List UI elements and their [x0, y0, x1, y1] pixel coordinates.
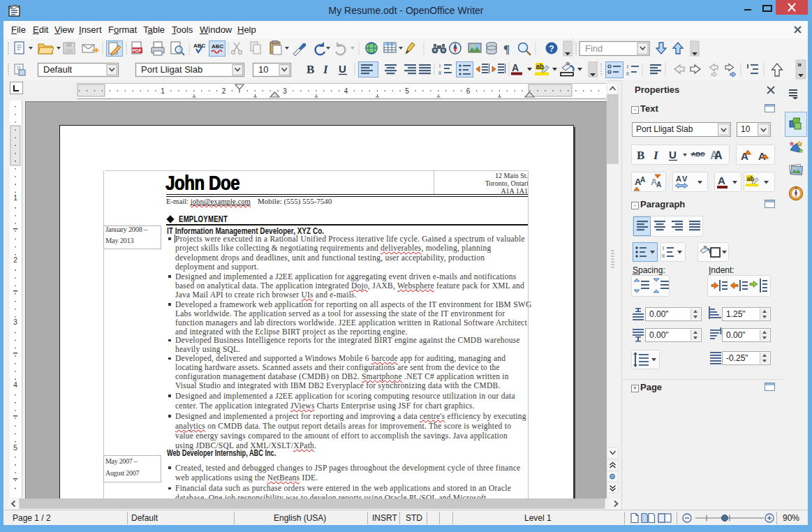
svg-text:2: 2 [222, 87, 226, 95]
svg-text:?: ? [549, 44, 554, 54]
svg-text:5: 5 [405, 87, 409, 95]
svg-text:»: » [797, 60, 802, 68]
svg-text:B: B [307, 63, 314, 76]
svg-text:6: 6 [466, 87, 471, 95]
svg-text:ABC: ABC [193, 43, 206, 49]
svg-text:II: II [662, 253, 665, 258]
svg-text:4: 4 [344, 87, 348, 95]
svg-text:A: A [656, 181, 661, 189]
svg-text:II: II [626, 71, 629, 76]
svg-text:Find: Find [585, 43, 603, 54]
svg-text:4: 4 [13, 381, 17, 389]
svg-text:1: 1 [13, 194, 17, 202]
svg-text:PDF: PDF [133, 48, 142, 53]
svg-text:Default: Default [43, 64, 73, 75]
svg-text:II: II [438, 71, 441, 75]
svg-text:10: 10 [258, 64, 268, 75]
svg-text:Port Lligat Slab: Port Lligat Slab [141, 64, 202, 75]
svg-text:B: B [637, 149, 644, 162]
svg-text:N: N [795, 186, 797, 190]
svg-text:¶: ¶ [503, 43, 510, 56]
svg-text:A: A [640, 176, 645, 184]
svg-text:I: I [627, 64, 628, 69]
svg-text:3: 3 [283, 87, 287, 95]
svg-text:I: I [439, 64, 441, 68]
svg-text:I: I [663, 246, 664, 251]
svg-text:2: 2 [13, 256, 17, 264]
svg-text:1: 1 [161, 87, 165, 95]
svg-text:5: 5 [13, 444, 17, 452]
svg-text:U: U [669, 149, 677, 161]
svg-text:V: V [682, 175, 688, 183]
svg-text:I: I [323, 63, 329, 76]
svg-text:A: A [676, 175, 681, 183]
svg-text:3: 3 [13, 318, 17, 326]
svg-text:A: A [512, 62, 519, 73]
svg-text:U: U [339, 63, 346, 75]
svg-text:ABC: ABC [212, 43, 224, 50]
svg-text:A: A [718, 175, 725, 186]
svg-text:A: A [714, 149, 723, 161]
